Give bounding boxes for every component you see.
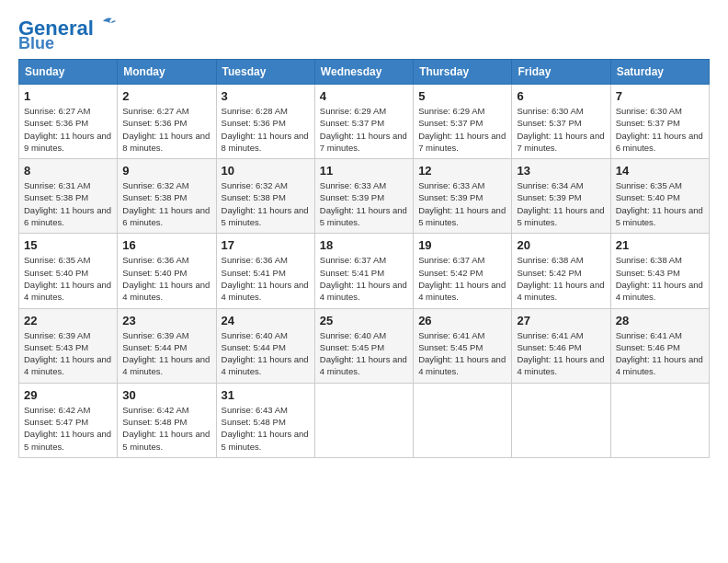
column-header-friday: Friday	[512, 60, 610, 85]
calendar-week-row: 1Sunrise: 6:27 AM Sunset: 5:36 PM Daylig…	[19, 85, 710, 159]
calendar-week-row: 15Sunrise: 6:35 AM Sunset: 5:40 PM Dayli…	[19, 234, 710, 308]
day-number: 29	[24, 388, 112, 402]
day-number: 15	[24, 238, 112, 252]
day-number: 24	[222, 314, 310, 327]
day-number: 20	[517, 238, 605, 252]
day-number: 11	[320, 164, 408, 178]
day-number: 4	[320, 89, 408, 103]
day-number: 27	[517, 314, 605, 327]
day-number: 28	[616, 314, 704, 327]
calendar-week-row: 8Sunrise: 6:31 AM Sunset: 5:38 PM Daylig…	[19, 159, 710, 234]
day-info: Sunrise: 6:38 AM Sunset: 5:42 PM Dayligh…	[517, 254, 605, 303]
column-header-monday: Monday	[118, 60, 216, 85]
day-number: 12	[418, 164, 506, 178]
day-info: Sunrise: 6:36 AM Sunset: 5:41 PM Dayligh…	[222, 254, 310, 303]
calendar-cell: 12Sunrise: 6:33 AM Sunset: 5:39 PM Dayli…	[414, 159, 512, 234]
day-info: Sunrise: 6:37 AM Sunset: 5:42 PM Dayligh…	[418, 254, 506, 303]
logo: General Blue	[18, 18, 116, 52]
day-number: 31	[222, 388, 310, 402]
day-info: Sunrise: 6:40 AM Sunset: 5:45 PM Dayligh…	[320, 329, 408, 378]
day-info: Sunrise: 6:28 AM Sunset: 5:36 PM Dayligh…	[222, 105, 310, 154]
day-info: Sunrise: 6:36 AM Sunset: 5:40 PM Dayligh…	[122, 254, 210, 303]
day-info: Sunrise: 6:37 AM Sunset: 5:41 PM Dayligh…	[320, 254, 408, 303]
calendar-cell: 2Sunrise: 6:27 AM Sunset: 5:36 PM Daylig…	[118, 85, 216, 159]
day-info: Sunrise: 6:33 AM Sunset: 5:39 PM Dayligh…	[320, 179, 408, 228]
day-number: 26	[418, 314, 506, 327]
calendar-cell: 22Sunrise: 6:39 AM Sunset: 5:43 PM Dayli…	[19, 308, 118, 383]
day-info: Sunrise: 6:30 AM Sunset: 5:37 PM Dayligh…	[616, 105, 704, 154]
calendar-cell: 5Sunrise: 6:29 AM Sunset: 5:37 PM Daylig…	[414, 85, 512, 159]
calendar-cell: 18Sunrise: 6:37 AM Sunset: 5:41 PM Dayli…	[314, 234, 413, 308]
column-header-tuesday: Tuesday	[216, 60, 314, 85]
day-number: 23	[122, 314, 210, 327]
calendar-cell	[414, 383, 512, 457]
calendar-cell: 10Sunrise: 6:32 AM Sunset: 5:38 PM Dayli…	[216, 159, 314, 234]
day-info: Sunrise: 6:39 AM Sunset: 5:44 PM Dayligh…	[122, 329, 210, 378]
logo-blue-text: Blue	[18, 35, 54, 52]
calendar-cell: 13Sunrise: 6:34 AM Sunset: 5:39 PM Dayli…	[512, 159, 610, 234]
calendar-cell: 19Sunrise: 6:37 AM Sunset: 5:42 PM Dayli…	[414, 234, 512, 308]
calendar-cell: 4Sunrise: 6:29 AM Sunset: 5:37 PM Daylig…	[314, 85, 413, 159]
day-info: Sunrise: 6:35 AM Sunset: 5:40 PM Dayligh…	[24, 254, 112, 303]
calendar-cell: 16Sunrise: 6:36 AM Sunset: 5:40 PM Dayli…	[118, 234, 216, 308]
calendar-week-row: 29Sunrise: 6:42 AM Sunset: 5:47 PM Dayli…	[19, 383, 710, 457]
column-header-saturday: Saturday	[610, 60, 709, 85]
day-info: Sunrise: 6:32 AM Sunset: 5:38 PM Dayligh…	[122, 179, 210, 228]
day-info: Sunrise: 6:29 AM Sunset: 5:37 PM Dayligh…	[418, 105, 506, 154]
day-info: Sunrise: 6:39 AM Sunset: 5:43 PM Dayligh…	[24, 329, 112, 378]
day-number: 16	[122, 238, 210, 252]
calendar-cell: 1Sunrise: 6:27 AM Sunset: 5:36 PM Daylig…	[19, 85, 118, 159]
day-info: Sunrise: 6:31 AM Sunset: 5:38 PM Dayligh…	[24, 179, 112, 228]
day-number: 6	[517, 89, 605, 103]
day-number: 2	[122, 89, 210, 103]
calendar-table: SundayMondayTuesdayWednesdayThursdayFrid…	[18, 59, 710, 458]
day-info: Sunrise: 6:30 AM Sunset: 5:37 PM Dayligh…	[517, 105, 605, 154]
day-number: 3	[222, 89, 310, 103]
day-number: 18	[320, 238, 408, 252]
day-number: 5	[418, 89, 506, 103]
calendar-cell: 9Sunrise: 6:32 AM Sunset: 5:38 PM Daylig…	[118, 159, 216, 234]
day-info: Sunrise: 6:40 AM Sunset: 5:44 PM Dayligh…	[222, 329, 310, 378]
calendar-cell	[610, 383, 709, 457]
calendar-cell: 11Sunrise: 6:33 AM Sunset: 5:39 PM Dayli…	[314, 159, 413, 234]
calendar-cell: 26Sunrise: 6:41 AM Sunset: 5:45 PM Dayli…	[414, 308, 512, 383]
calendar-cell: 21Sunrise: 6:38 AM Sunset: 5:43 PM Dayli…	[610, 234, 709, 308]
page-header: General Blue	[18, 18, 710, 52]
calendar-cell: 27Sunrise: 6:41 AM Sunset: 5:46 PM Dayli…	[512, 308, 610, 383]
day-number: 10	[222, 164, 310, 178]
calendar-cell: 15Sunrise: 6:35 AM Sunset: 5:40 PM Dayli…	[19, 234, 118, 308]
day-number: 9	[122, 164, 210, 178]
day-info: Sunrise: 6:42 AM Sunset: 5:48 PM Dayligh…	[122, 404, 210, 453]
day-number: 25	[320, 314, 408, 327]
calendar-cell: 25Sunrise: 6:40 AM Sunset: 5:45 PM Dayli…	[314, 308, 413, 383]
day-info: Sunrise: 6:38 AM Sunset: 5:43 PM Dayligh…	[616, 254, 704, 303]
day-info: Sunrise: 6:35 AM Sunset: 5:40 PM Dayligh…	[616, 179, 704, 228]
calendar-cell: 8Sunrise: 6:31 AM Sunset: 5:38 PM Daylig…	[19, 159, 118, 234]
calendar-cell: 17Sunrise: 6:36 AM Sunset: 5:41 PM Dayli…	[216, 234, 314, 308]
day-number: 22	[24, 314, 112, 327]
column-header-wednesday: Wednesday	[314, 60, 413, 85]
day-info: Sunrise: 6:43 AM Sunset: 5:48 PM Dayligh…	[222, 404, 310, 453]
calendar-cell: 23Sunrise: 6:39 AM Sunset: 5:44 PM Dayli…	[118, 308, 216, 383]
calendar-header-row: SundayMondayTuesdayWednesdayThursdayFrid…	[19, 60, 710, 85]
calendar-cell: 28Sunrise: 6:41 AM Sunset: 5:46 PM Dayli…	[610, 308, 709, 383]
day-info: Sunrise: 6:34 AM Sunset: 5:39 PM Dayligh…	[517, 179, 605, 228]
day-info: Sunrise: 6:32 AM Sunset: 5:38 PM Dayligh…	[222, 179, 310, 228]
day-info: Sunrise: 6:27 AM Sunset: 5:36 PM Dayligh…	[122, 105, 210, 154]
day-number: 17	[222, 238, 310, 252]
calendar-cell: 14Sunrise: 6:35 AM Sunset: 5:40 PM Dayli…	[610, 159, 709, 234]
calendar-cell: 6Sunrise: 6:30 AM Sunset: 5:37 PM Daylig…	[512, 85, 610, 159]
calendar-cell	[314, 383, 413, 457]
day-number: 8	[24, 164, 112, 178]
logo-bird-icon	[96, 17, 116, 33]
day-info: Sunrise: 6:33 AM Sunset: 5:39 PM Dayligh…	[418, 179, 506, 228]
calendar-cell: 20Sunrise: 6:38 AM Sunset: 5:42 PM Dayli…	[512, 234, 610, 308]
calendar-cell: 29Sunrise: 6:42 AM Sunset: 5:47 PM Dayli…	[19, 383, 118, 457]
day-info: Sunrise: 6:41 AM Sunset: 5:46 PM Dayligh…	[616, 329, 704, 378]
day-info: Sunrise: 6:41 AM Sunset: 5:45 PM Dayligh…	[418, 329, 506, 378]
calendar-cell: 3Sunrise: 6:28 AM Sunset: 5:36 PM Daylig…	[216, 85, 314, 159]
day-number: 7	[616, 89, 704, 103]
day-number: 1	[24, 89, 112, 103]
day-number: 14	[616, 164, 704, 178]
calendar-cell: 7Sunrise: 6:30 AM Sunset: 5:37 PM Daylig…	[610, 85, 709, 159]
